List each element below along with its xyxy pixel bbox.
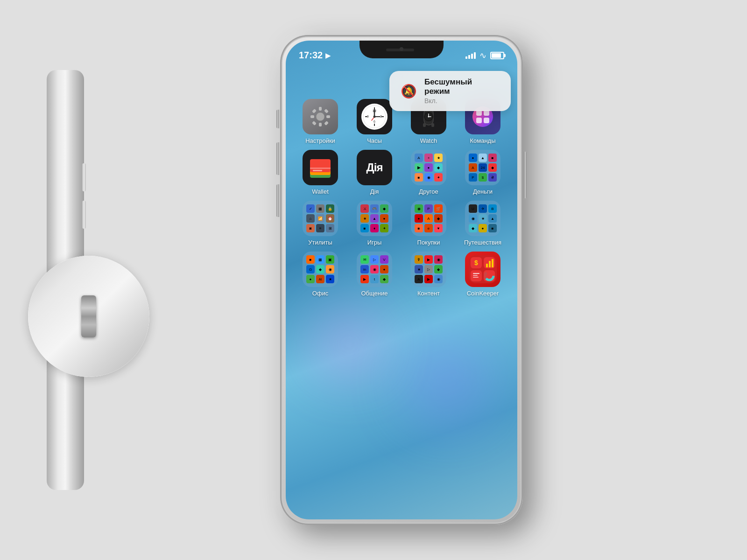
soc-mini-3: V <box>380 255 388 264</box>
cnt-mini-5: ▷ <box>424 265 433 273</box>
folder-mini-1: A <box>415 154 423 162</box>
svg-rect-2 <box>319 123 322 126</box>
app-settings[interactable]: Настройки <box>299 99 341 144</box>
other-label: Другое <box>419 188 438 195</box>
soc-mini-6: ● <box>380 265 388 273</box>
money-mini-9: ₴ <box>488 173 497 182</box>
power-btn[interactable] <box>524 152 527 198</box>
cnt-mini-7: A <box>415 275 423 283</box>
game-mini-8: ♦ <box>370 224 379 232</box>
svg-rect-41 <box>313 170 322 171</box>
travel-mini-5: ★ <box>479 214 487 223</box>
soc-mini-7: ▶ <box>360 275 369 283</box>
signal-bars <box>465 52 476 59</box>
game-mini-3: ◆ <box>380 204 388 213</box>
app-wallet[interactable]: Wallet <box>299 150 341 195</box>
volume-up-btn[interactable] <box>276 142 279 175</box>
travel-mini-3: B <box>488 204 497 213</box>
svg-rect-3 <box>310 115 314 118</box>
app-other-folder[interactable]: A + ★ ▶ ● ◆ ■ ◉ ✦ Другое <box>408 150 450 195</box>
mute-switch[interactable] <box>276 110 279 128</box>
money-mini-4: A <box>469 163 477 172</box>
util-mini-9: ⊞ <box>326 224 334 232</box>
travel-mini-7: ◆ <box>469 224 477 232</box>
signal-bar-4 <box>474 52 476 59</box>
svg-point-0 <box>316 112 324 121</box>
travel-folder-icon: U ✈ B ◉ ★ ▲ ◆ ● ■ <box>465 201 500 236</box>
volume-up-button[interactable] <box>82 163 86 191</box>
signal-bar-2 <box>468 55 470 59</box>
office-label: Офис <box>312 290 329 297</box>
status-time: 17:32 ▶ <box>299 50 331 61</box>
app-games-folder[interactable]: ⚔ 🎮 ◆ ★ ▲ ● ■ ♦ ✦ Игры <box>353 201 395 246</box>
app-shopping-folder[interactable]: ◉ P 🛒 ● A ◆ ■ e ♥ Покупки <box>408 201 450 246</box>
svg-point-17 <box>374 116 376 118</box>
cnt-mini-8: ▶ <box>424 275 433 283</box>
shopping-label: Покупки <box>417 239 440 246</box>
app-money-folder[interactable]: ● ▲ ■ A 24 ◆ P $ ₴ Деньги <box>462 150 504 195</box>
diia-icon-img: Дія <box>357 150 392 185</box>
time-display: 17:32 <box>299 50 323 61</box>
battery-icon <box>490 52 504 59</box>
folder-mini-6: ◆ <box>434 163 443 172</box>
money-mini-7: P <box>469 173 477 182</box>
svg-rect-51 <box>473 275 478 276</box>
soc-mini-2: ▷ <box>370 255 379 264</box>
coinkeeper-label: CoinKeeper <box>467 290 499 297</box>
svg-rect-6 <box>324 109 329 113</box>
app-social-folder[interactable]: ✉ ▷ V in ◉ ● ▶ t ◆ Общение <box>353 252 395 297</box>
money-mini-1: ● <box>469 154 477 162</box>
volume-down-button[interactable] <box>82 201 86 229</box>
settings-label: Настройки <box>305 137 335 144</box>
app-clock[interactable]: 12 6 3 9 Часы <box>353 99 395 144</box>
games-label: Игры <box>367 239 382 246</box>
soc-mini-5: ◉ <box>370 265 379 273</box>
clock-label: Часы <box>367 137 382 144</box>
folder-mini-8: ◉ <box>424 173 433 182</box>
svg-text:12: 12 <box>373 109 376 112</box>
off-mini-5: ◆ <box>316 265 324 273</box>
app-travel-folder[interactable]: U ✈ B ◉ ★ ▲ ◆ ● ■ Путешествия <box>462 201 504 246</box>
settings-icon <box>303 99 338 134</box>
magnifier-circle <box>28 256 149 377</box>
volume-down-btn[interactable] <box>276 184 279 217</box>
util-mini-5: 📶 <box>316 214 324 223</box>
game-mini-4: ★ <box>360 214 369 223</box>
app-office-folder[interactable]: ■ ▦ ▣ G ◆ ◉ ● AI ★ Офис <box>299 252 341 297</box>
app-content-folder[interactable]: 🎙 ▶ ◉ ★ ▷ ◆ A ▶ ◉ Контент <box>408 252 450 297</box>
battery-fill <box>492 53 501 58</box>
cnt-mini-3: ◉ <box>434 255 443 264</box>
utilities-folder-icon: ✓ ▦ 🔒 ⌂ 📶 ⏰ ◙ ≡ ⊞ <box>303 201 338 236</box>
util-mini-7: ◙ <box>306 224 315 232</box>
folder-mini-3: ★ <box>434 154 443 162</box>
silent-title: Бесшумный режим <box>424 77 500 96</box>
shop-mini-6: ◆ <box>434 214 443 223</box>
travel-mini-8: ● <box>479 224 487 232</box>
app-grid: Настройки <box>286 66 517 519</box>
cnt-mini-9: ◉ <box>434 275 443 283</box>
money-mini-5: 24 <box>479 163 487 172</box>
svg-rect-25 <box>423 123 426 127</box>
off-mini-8: AI <box>316 275 324 283</box>
money-folder-icon: ● ▲ ■ A 24 ◆ P $ ₴ <box>465 150 500 185</box>
diia-label: Дія <box>370 188 379 195</box>
svg-rect-47 <box>489 261 491 267</box>
svg-rect-1 <box>319 107 322 111</box>
off-mini-4: G <box>306 265 315 273</box>
app-utilities-folder[interactable]: ✓ ▦ 🔒 ⌂ 📶 ⏰ ◙ ≡ ⊞ Утилиты <box>299 201 341 246</box>
app-diia[interactable]: Дія Дія <box>353 150 395 195</box>
travel-label: Путешествия <box>464 239 501 246</box>
status-icons: ∿ <box>465 50 504 61</box>
shop-mini-8: e <box>424 224 433 232</box>
app-coinkeeper[interactable]: $ <box>462 252 504 297</box>
signal-bar-1 <box>465 56 467 59</box>
svg-text:$: $ <box>474 259 478 266</box>
travel-mini-9: ■ <box>488 224 497 232</box>
cnt-mini-1: 🎙 <box>415 255 423 264</box>
camera-dot <box>400 47 403 51</box>
svg-rect-52 <box>473 277 479 278</box>
svg-point-31 <box>428 116 430 118</box>
svg-rect-26 <box>431 123 434 127</box>
silent-bell-icon: 🔕 <box>401 84 417 99</box>
notch <box>359 41 444 58</box>
